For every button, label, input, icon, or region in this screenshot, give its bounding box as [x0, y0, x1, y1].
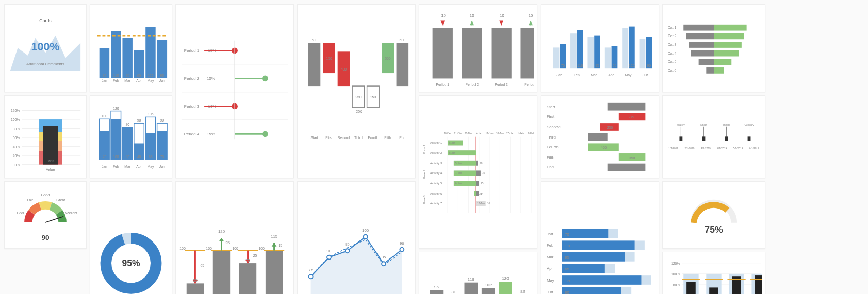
svg-text:Period 4: Period 4 [184, 132, 200, 137]
svg-text:100%: 100% [671, 272, 680, 276]
svg-rect-305 [266, 250, 283, 294]
svg-text:7-Jan: 7-Jan [455, 172, 462, 175]
svg-text:18-Jan: 18-Jan [496, 132, 504, 134]
svg-text:110: 110 [113, 74, 119, 77]
svg-text:75: 75 [245, 258, 250, 263]
svg-point-314 [309, 274, 313, 279]
svg-rect-394 [709, 288, 718, 294]
svg-text:400: 400 [341, 67, 347, 71]
svg-text:Period 2: Period 2 [184, 77, 199, 81]
svg-text:End: End [547, 165, 554, 170]
svg-text:110: 110 [577, 64, 583, 67]
lollipop-chart: Period 1-15%Period 210%Period 3-10%Perio… [175, 4, 294, 178]
svg-rect-365 [482, 288, 495, 294]
svg-rect-350 [562, 275, 641, 285]
svg-text:70: 70 [160, 155, 165, 159]
gauge-spacer [4, 252, 87, 257]
svg-rect-255 [679, 137, 682, 141]
svg-text:Fifth: Fifth [384, 136, 391, 140]
svg-text:Activity 1: Activity 1 [430, 141, 443, 144]
svg-text:5-Jan: 5-Jan [455, 162, 462, 164]
svg-text:500: 500 [400, 38, 406, 42]
svg-text:120: 120 [629, 64, 635, 67]
svg-text:500: 500 [624, 166, 630, 170]
svg-text:Mar: Mar [547, 255, 554, 260]
svg-text:50: 50 [708, 34, 712, 38]
svg-rect-95 [640, 39, 646, 68]
svg-text:80%: 80% [13, 127, 20, 130]
col-chart-a: 70Jan110Feb95Mar65Apr120May90Jun [90, 4, 172, 92]
svg-text:70: 70 [561, 64, 565, 67]
svg-point-317 [327, 255, 331, 260]
svg-text:Jun: Jun [159, 79, 165, 83]
bar [122, 38, 132, 78]
svg-text:Cat 2: Cat 2 [668, 34, 677, 38]
svg-point-31 [262, 131, 268, 137]
svg-text:Activity 3: Activity 3 [430, 161, 443, 164]
svg-rect-264 [748, 137, 751, 141]
svg-point-21 [262, 76, 268, 82]
svg-text:90: 90 [327, 249, 332, 253]
svg-text:Period 3: Period 3 [184, 105, 200, 109]
svg-text:15: 15 [278, 244, 282, 247]
svg-text:Jan: Jan [547, 232, 553, 236]
svg-text:Start: Start [547, 105, 555, 109]
svg-text:100: 100 [498, 73, 505, 77]
svg-text:15%: 15% [207, 132, 215, 137]
svg-text:Period 4: Period 4 [524, 83, 534, 87]
svg-text:Mar: Mar [124, 79, 130, 83]
svg-text:4/1/2019: 4/1/2019 [717, 147, 727, 150]
svg-text:90: 90 [137, 118, 141, 122]
svg-rect-258 [702, 137, 705, 141]
svg-text:10: 10 [487, 202, 490, 205]
highlight-columns: 96Jan81Feb118Mar102Apr120May82Jun [419, 252, 537, 294]
svg-text:11-Jan: 11-Jan [476, 192, 483, 195]
svg-text:120%: 120% [671, 262, 680, 265]
svg-text:-250: -250 [606, 126, 613, 129]
svg-text:Period 3: Period 3 [495, 83, 508, 87]
svg-rect-65 [492, 28, 512, 78]
svg-rect-105 [714, 33, 744, 39]
svg-text:Mar: Mar [591, 73, 597, 77]
svg-text:10: 10 [708, 69, 712, 73]
svg-text:5/1/2019: 5/1/2019 [733, 147, 743, 150]
svg-text:100: 100 [113, 155, 119, 159]
svg-text:Activity 2: Activity 2 [430, 151, 443, 154]
svg-text:Second: Second [338, 136, 350, 140]
svg-text:150: 150 [370, 95, 376, 99]
svg-rect-404 [755, 275, 762, 294]
svg-text:Jun: Jun [643, 73, 648, 77]
svg-text:-250: -250 [594, 136, 601, 140]
kpi-card: Cards 100% Additional Comments [4, 4, 87, 92]
svg-text:Phase 2: Phase 2 [423, 170, 426, 179]
svg-text:85%: 85% [47, 159, 54, 162]
svg-point-326 [382, 262, 386, 266]
svg-text:10: 10 [470, 13, 474, 18]
dual-columns: 70Jan110Feb95Mar65Apr120May90Jun [541, 4, 659, 92]
svg-text:100: 100 [179, 246, 186, 250]
svg-text:Comedy: Comedy [744, 124, 754, 126]
waterfall-h: Start500First-350Second-250Third-250Four… [541, 95, 659, 178]
svg-text:Feb: Feb [113, 79, 119, 83]
svg-text:Excellent: Excellent [63, 212, 77, 215]
svg-text:May: May [547, 278, 554, 283]
donut-value: 95% [122, 258, 140, 268]
svg-text:Cat 4: Cat 4 [668, 51, 677, 55]
svg-text:70: 70 [565, 232, 569, 237]
svg-rect-80 [577, 30, 583, 68]
kpi-subtitle: Additional Comments [26, 62, 64, 67]
waterfall-chart: 500Start150First400Second250-250Third150… [297, 4, 416, 178]
svg-rect-289 [213, 250, 230, 294]
donut-chart: 95% [90, 181, 172, 294]
svg-text:106: 106 [362, 228, 369, 233]
svg-rect-121 [714, 67, 724, 74]
svg-text:Jan: Jan [102, 79, 107, 83]
svg-rect-261 [725, 137, 728, 141]
svg-text:7: 7 [481, 192, 482, 195]
svg-text:-25: -25 [252, 254, 257, 257]
svg-text:Poor: Poor [17, 212, 25, 215]
svg-text:May: May [148, 165, 154, 169]
svg-text:120: 120 [148, 74, 154, 77]
arrow-columns: 100-6535 Period 13510025125 Period 21001… [175, 181, 294, 294]
svg-text:5-Jan: 5-Jan [449, 142, 456, 144]
